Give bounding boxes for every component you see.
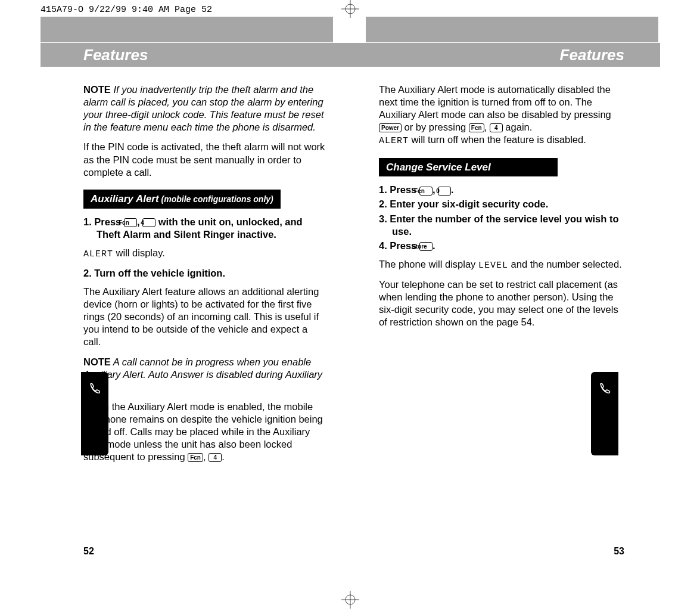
section-heading-auxiliary-alert: Auxiliary Alert (mobile configurations o… xyxy=(83,190,281,209)
phone-icon xyxy=(88,382,102,396)
key-fcn-icon: Fcn xyxy=(469,123,484,132)
key-power-icon: Power xyxy=(379,123,402,132)
step-text: 1. Press xyxy=(379,184,419,195)
page-content: The Auxiliary Alert mode is automaticall… xyxy=(350,67,660,329)
key-fcn-icon: Fcn xyxy=(124,218,137,227)
step-item: 3. Enter the number of the service level… xyxy=(379,213,624,238)
note-label: NOTE xyxy=(83,356,111,367)
note-label: NOTE xyxy=(83,84,111,95)
key-4-icon: 4 xyxy=(142,218,155,227)
body-text: The phone will display xyxy=(379,259,478,269)
body-text: When the Auxiliary Alert mode is enabled… xyxy=(83,401,328,464)
note-text: If you inadvertently trip the theft alar… xyxy=(83,84,324,132)
body-text: The Auxiliary Alert feature allows an ad… xyxy=(83,286,328,349)
thumb-tab xyxy=(81,372,108,455)
step-item: 1. Press Fcn, 4 with the unit on, unlock… xyxy=(83,216,328,241)
page-header: Features xyxy=(41,43,350,67)
page-title: Features xyxy=(560,46,624,64)
body-text: The Auxiliary Alert mode is automaticall… xyxy=(379,83,624,147)
page-number: 53 xyxy=(614,546,624,557)
lcd-text: ALERT xyxy=(379,136,409,146)
body-text: When the Auxiliary Alert mode is enabled… xyxy=(83,401,323,462)
decorative-bar xyxy=(366,17,658,42)
section-title: Change Service Level xyxy=(386,162,491,173)
page-header: Features xyxy=(350,43,660,67)
registration-mark-bottom-icon xyxy=(341,591,359,611)
step-item: 1. Press Fcn, 0. xyxy=(379,184,624,196)
step-text: . xyxy=(451,184,454,195)
step-text: 1. Press xyxy=(83,216,124,227)
key-0-icon: 0 xyxy=(438,187,451,196)
body-text: and the number selected. xyxy=(508,259,622,269)
thumb-tab xyxy=(591,372,618,455)
note-text: A call cannot be in progress when you en… xyxy=(83,356,322,392)
body-text: The Auxiliary Alert mode is automaticall… xyxy=(379,84,611,120)
page-left: Features NOTE If you inadvertently trip … xyxy=(41,43,350,567)
lcd-text: LEVEL xyxy=(478,260,508,271)
page-right: Features The Auxiliary Alert mode is aut… xyxy=(350,43,660,567)
lcd-text: ALERT xyxy=(83,249,113,259)
note-paragraph: NOTE If you inadvertently trip the theft… xyxy=(83,83,328,134)
section-subtitle: (mobile configurations only) xyxy=(159,194,273,204)
step-item: 4. Press Store. xyxy=(379,240,624,252)
body-text: Your telephone can be set to restrict ca… xyxy=(379,278,624,328)
page-title: Features xyxy=(83,46,148,64)
step-text: . xyxy=(433,240,435,251)
phone-icon xyxy=(598,382,612,396)
body-text: will display. xyxy=(113,247,165,258)
body-text: The phone will display LEVEL and the num… xyxy=(379,258,624,271)
section-title: Auxiliary Alert xyxy=(91,193,159,204)
note-paragraph: NOTE A call cannot be in progress when y… xyxy=(83,356,328,393)
body-text: again. xyxy=(503,122,533,132)
key-store-icon: Store xyxy=(419,242,433,251)
key-4-icon: 4 xyxy=(490,123,503,132)
key-4-icon: 4 xyxy=(209,453,222,462)
body-text: . xyxy=(222,451,225,462)
body-text: If the PIN code is activated, the theft … xyxy=(83,141,328,178)
decorative-bar xyxy=(41,17,333,42)
body-text: ALERT will display. xyxy=(83,247,328,260)
key-fcn-icon: Fcn xyxy=(419,187,433,196)
step-item: 2. Enter your six-digit security code. xyxy=(379,198,624,210)
body-text: or by pressing xyxy=(402,122,469,132)
step-item: 2. Turn off the vehicle ignition. xyxy=(83,267,328,280)
section-heading-change-service-level: Change Service Level xyxy=(379,158,558,177)
print-slug: 415A79-O 9/22/99 9:40 AM Page 52 xyxy=(41,5,212,15)
registration-mark-top-icon xyxy=(341,0,359,20)
key-fcn-icon: Fcn xyxy=(188,453,203,462)
page-number: 52 xyxy=(83,546,94,557)
body-text: will turn off when the feature is disabl… xyxy=(409,134,586,145)
